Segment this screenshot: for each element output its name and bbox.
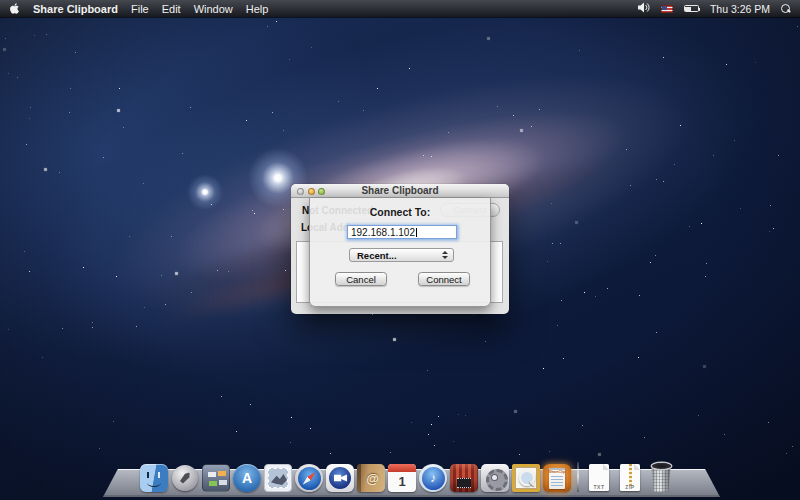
itunes-glyph: ♪ [419,464,447,492]
dock-photo-booth-icon[interactable] [450,464,478,492]
menu-window[interactable]: Window [194,3,233,15]
connect-button[interactable]: Connect [418,272,470,286]
dock-zip-file-icon[interactable]: ZIP [616,464,644,492]
txt-file-glyph: TXT [585,484,613,490]
active-app-name[interactable]: Share Clipboard [33,3,118,15]
app-store-glyph: A [233,464,261,492]
dock-facetime-icon[interactable] [326,464,354,492]
apple-menu-icon[interactable] [9,2,20,15]
connect-sheet: Connect To: 192.168.1.102 Recent... Canc… [309,198,491,307]
connect-to-label: Connect To: [310,206,490,218]
spotlight-icon[interactable] [781,4,791,14]
dock-system-preferences-icon[interactable] [481,464,509,492]
contacts-glyph: @ [357,464,385,492]
volume-icon[interactable] [638,2,650,15]
dock-finder-icon[interactable] [140,464,168,492]
menu-help[interactable]: Help [246,3,269,15]
dock-safari-icon[interactable] [295,464,323,492]
calendar-glyph: 1 [388,464,416,492]
dock-txt-file-icon[interactable]: TXT [585,464,613,492]
dock-contacts-icon[interactable]: @ [357,464,385,492]
battery-icon[interactable] [684,5,699,12]
dock-app-store-icon[interactable]: A [233,464,261,492]
dropdown-stepper-icon [441,249,449,261]
dock-launchpad-icon[interactable] [171,464,199,492]
window-title: Share Clipboard [361,185,438,196]
dock-shareclip-icon[interactable]: ShareClip [543,464,571,492]
close-button[interactable] [297,188,304,195]
dock-trash-icon[interactable] [647,464,675,492]
menu-bar: Share Clipboard FileEditWindowHelp Thu 3… [0,0,800,17]
address-input[interactable]: 192.168.1.102 [347,225,457,239]
menu-clock[interactable]: Thu 3:26 PM [710,3,770,15]
share-clipboard-window: Share Clipboard Not Connected Connect Lo… [291,184,509,314]
recent-dropdown[interactable]: Recent... [349,248,454,262]
dock-separator [577,462,579,492]
dock-calendar-icon[interactable]: 1 [388,464,416,492]
window-titlebar[interactable]: Share Clipboard [291,184,509,198]
cancel-button[interactable]: Cancel [335,272,387,286]
dock-mission-control-icon[interactable] [202,464,230,492]
menu-edit[interactable]: Edit [162,3,181,15]
text-caret [416,228,417,237]
zip-file-glyph: ZIP [616,484,644,490]
dock: A@1♪ShareClipTXTZIP [0,454,800,500]
dock-search-app-icon[interactable] [512,464,540,492]
input-flag-icon[interactable] [661,5,673,13]
menu-file[interactable]: File [131,3,149,15]
dock-mail-icon[interactable] [264,464,292,492]
zoom-button[interactable] [318,188,325,195]
shareclip-glyph: ShareClip [543,470,571,474]
minimize-button[interactable] [308,188,315,195]
dock-itunes-icon[interactable]: ♪ [419,464,447,492]
